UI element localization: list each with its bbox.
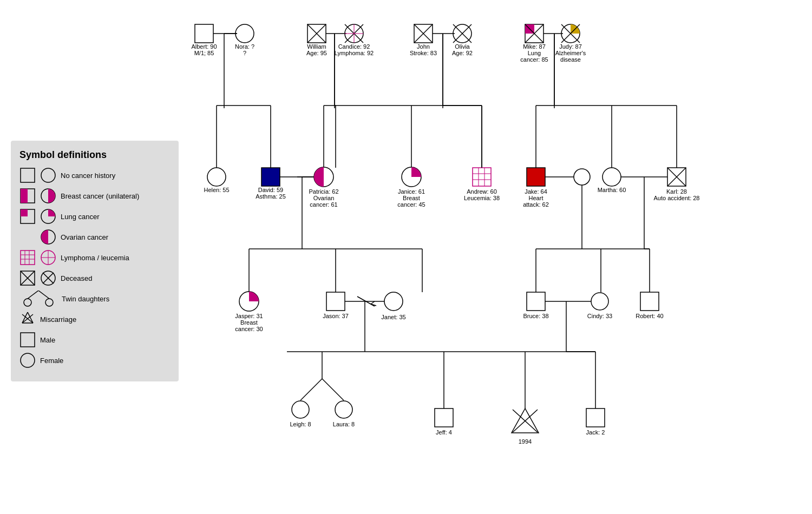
jake-label: Jake: 64 bbox=[525, 188, 547, 195]
mike-detail: Lung bbox=[528, 50, 541, 56]
svg-point-26 bbox=[45, 299, 53, 306]
legend-twin-label: Twin daughters bbox=[62, 295, 109, 303]
legend-male: Male bbox=[19, 332, 170, 348]
legend-ovarian-cancer: Ovarian cancer bbox=[19, 229, 170, 245]
legend-deceased-label: Deceased bbox=[61, 274, 93, 282]
janet-symbol bbox=[384, 292, 403, 311]
jack-label: Jack: 2 bbox=[586, 429, 605, 436]
legend-lung-cancer-label: Lung cancer bbox=[61, 213, 100, 221]
jake-detail2: attack: 62 bbox=[523, 201, 549, 208]
bruce-label: Bruce: 38 bbox=[523, 313, 548, 319]
jasper-detail2: cancer: 30 bbox=[235, 326, 263, 332]
albert-symbol bbox=[195, 24, 213, 43]
candice-detail: Lymphoma: 92 bbox=[335, 50, 374, 56]
helen-label: Helen: 55 bbox=[204, 187, 229, 193]
olivia-detail: Age: 92 bbox=[452, 50, 473, 56]
laura-label: Laura: 8 bbox=[333, 421, 355, 427]
david-label: David: 59 bbox=[258, 187, 283, 193]
nora-symbol bbox=[235, 24, 254, 43]
judy-detail: Alzheimer's bbox=[555, 50, 586, 56]
legend-lung-cancer: Lung cancer bbox=[19, 208, 170, 225]
cindy-label: Cindy: 33 bbox=[587, 313, 612, 319]
svg-line-24 bbox=[38, 291, 49, 299]
svg-rect-3 bbox=[21, 189, 28, 203]
svg-rect-0 bbox=[21, 168, 35, 182]
legend-female: Female bbox=[19, 352, 170, 368]
legend-miscarriage-label: Miscarriage bbox=[40, 315, 76, 324]
janice-detail: Breast bbox=[403, 195, 420, 201]
nora-detail: ? bbox=[243, 50, 246, 56]
janice-label: Janice: 61 bbox=[398, 188, 425, 195]
svg-line-23 bbox=[28, 291, 38, 299]
robert-label: Robert: 40 bbox=[636, 313, 663, 319]
john-label: John bbox=[417, 43, 430, 50]
olivia-label: Olivia bbox=[455, 43, 470, 50]
svg-line-103 bbox=[322, 379, 344, 400]
mike-label: Mike: 87 bbox=[523, 43, 546, 50]
jeff-symbol bbox=[435, 408, 453, 427]
jasper-label: Jasper: 31 bbox=[235, 313, 263, 319]
robert-symbol bbox=[640, 292, 659, 311]
legend-no-cancer-label: No cancer history bbox=[61, 172, 115, 180]
andrew-detail: Leucemia: 38 bbox=[464, 195, 500, 201]
judy-label: Judy: 87 bbox=[559, 43, 582, 50]
legend-lymphoma: Lymphoma / leucemia bbox=[19, 249, 170, 266]
janice-detail2: cancer: 45 bbox=[397, 201, 425, 208]
andrew-symbol bbox=[473, 168, 491, 186]
patricia-detail2: cancer: 61 bbox=[310, 201, 337, 208]
svg-point-25 bbox=[24, 299, 31, 306]
legend-miscarriage: Miscarriage bbox=[19, 311, 170, 327]
legend-title: Symbol definitions bbox=[19, 149, 170, 161]
david-symbol bbox=[261, 168, 280, 186]
karl-detail: Auto accident: 28 bbox=[653, 195, 699, 201]
candice-label: Candice: 92 bbox=[338, 43, 370, 50]
legend-breast-cancer: Breast cancer (unilateral) bbox=[19, 188, 170, 204]
laura-symbol bbox=[335, 401, 352, 418]
leigh-label: Leigh: 8 bbox=[290, 421, 311, 427]
andrew-label: Andrew: 60 bbox=[467, 188, 497, 195]
svg-line-102 bbox=[300, 379, 322, 400]
helen-symbol bbox=[207, 168, 226, 186]
jack-symbol bbox=[586, 408, 605, 427]
legend-lymphoma-label: Lymphoma / leucemia bbox=[61, 254, 129, 262]
jake-symbol bbox=[527, 168, 545, 186]
svg-point-1 bbox=[41, 168, 55, 182]
leigh-symbol bbox=[292, 401, 309, 418]
miscarriage-label: 1994 bbox=[519, 438, 532, 445]
martha-symbol bbox=[603, 168, 621, 186]
jeff-label: Jeff: 4 bbox=[436, 429, 452, 436]
david-detail: Asthma: 25 bbox=[256, 193, 286, 200]
legend-twin-daughters: Twin daughters bbox=[19, 291, 170, 307]
legend-no-cancer: No cancer history bbox=[19, 167, 170, 183]
svg-point-33 bbox=[21, 353, 35, 367]
legend-ovarian-label: Ovarian cancer bbox=[61, 233, 108, 241]
pedigree-chart: text { font-family: Arial, sans-serif; f… bbox=[179, 0, 807, 514]
martha-label: Martha: 60 bbox=[598, 187, 626, 193]
jake-wife-symbol bbox=[574, 169, 590, 185]
william-detail: Age: 95 bbox=[306, 50, 327, 56]
svg-rect-32 bbox=[21, 333, 35, 347]
mike-detail2: cancer: 85 bbox=[520, 56, 548, 63]
svg-rect-9 bbox=[21, 251, 35, 265]
legend-male-label: Male bbox=[40, 336, 55, 344]
patricia-label: Patricia: 62 bbox=[309, 188, 338, 195]
patricia-detail: Ovarian bbox=[313, 195, 335, 201]
legend-panel: Symbol definitions No cancer history Bre… bbox=[11, 141, 179, 381]
legend-female-label: Female bbox=[40, 357, 63, 365]
john-detail: Stroke: 83 bbox=[410, 50, 437, 56]
cindy-symbol bbox=[591, 293, 608, 310]
jason-symbol bbox=[326, 292, 345, 311]
bruce-symbol bbox=[527, 292, 545, 311]
albert-detail: M/1; 85 bbox=[194, 50, 214, 56]
legend-breast-cancer-label: Breast cancer (unilateral) bbox=[61, 192, 139, 200]
legend-deceased: Deceased bbox=[19, 270, 170, 286]
albert-label: Albert: 90 bbox=[191, 43, 217, 50]
jake-detail: Heart bbox=[529, 195, 543, 201]
jason-label: Jason: 37 bbox=[323, 313, 349, 319]
svg-rect-6 bbox=[21, 209, 28, 216]
nora-label: Nora: ? bbox=[235, 43, 254, 50]
karl-label: Karl: 28 bbox=[666, 188, 687, 195]
janet-label: Janet: 35 bbox=[381, 314, 405, 320]
judy-detail2: disease bbox=[560, 56, 581, 63]
william-label: William bbox=[307, 43, 326, 50]
